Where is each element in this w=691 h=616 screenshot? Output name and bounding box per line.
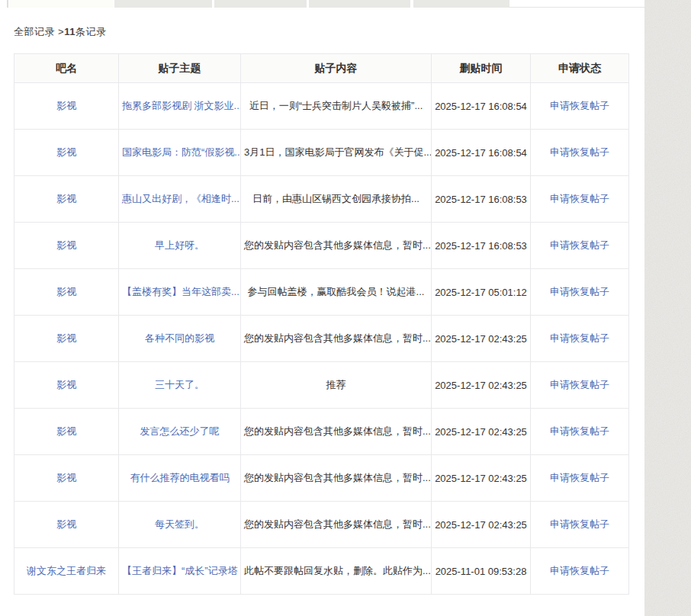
tab-4[interactable] <box>309 0 410 8</box>
header-forum: 吧名 <box>14 54 119 83</box>
forum-link[interactable]: 影视 <box>56 332 76 344</box>
cell-time: 2025-12-17 16:08:53 <box>432 176 531 223</box>
table-row: 影视有什么推荐的电视看吗您的发贴内容包含其他多媒体信息，暂时...2025-12… <box>14 455 629 502</box>
delete-time-text: 2025-12-17 02:43:25 <box>435 426 527 438</box>
cell-forum: 影视 <box>14 409 119 455</box>
table-row: 影视拖累多部影视剧 浙文影业...近日，一则“士兵突击制片人吴毅被捕”...20… <box>14 83 629 130</box>
content-text: 3月1日，国家电影局于官网发布《关于促... <box>244 146 432 158</box>
table-header-row: 吧名 贴子主题 贴子内容 删贴时间 申请状态 <box>14 54 629 83</box>
content-text: 您的发贴内容包含其他多媒体信息，暂时... <box>244 425 431 437</box>
apply-status-link[interactable]: 申请恢复帖子 <box>550 425 609 437</box>
cell-time: 2025-12-17 05:01:12 <box>432 269 531 316</box>
apply-status-link[interactable]: 申请恢复帖子 <box>550 472 609 483</box>
cell-forum: 谢文东之王者归来 <box>14 548 119 595</box>
subject-link[interactable]: 早上好呀。 <box>155 239 204 251</box>
forum-link[interactable]: 影视 <box>56 239 76 251</box>
cell-content: 推荐 <box>241 362 432 409</box>
cell-status: 申请恢复帖子 <box>531 502 629 548</box>
subject-link[interactable]: 国家电影局：防范“假影视... <box>122 146 241 158</box>
cell-forum: 影视 <box>14 83 119 130</box>
tab-2[interactable] <box>114 0 212 8</box>
forum-link[interactable]: 影视 <box>56 425 76 437</box>
forum-link[interactable]: 影视 <box>56 100 76 111</box>
apply-status-link[interactable]: 申请恢复帖子 <box>550 518 609 530</box>
cell-status: 申请恢复帖子 <box>531 223 629 269</box>
subject-link[interactable]: 拖累多部影视剧 浙文影业... <box>122 100 241 111</box>
cell-content: 您的发贴内容包含其他多媒体信息，暂时... <box>241 455 432 502</box>
delete-time-text: 2025-12-17 16:08:54 <box>435 147 527 159</box>
content-text: 日前，由惠山区锡西文创园承接协拍... <box>252 193 419 204</box>
apply-status-link[interactable]: 申请恢复帖子 <box>550 565 609 576</box>
cell-subject: 有什么推荐的电视看吗 <box>119 455 241 502</box>
subject-link[interactable]: 每天签到。 <box>155 518 204 530</box>
cell-subject: 早上好呀。 <box>119 223 241 269</box>
cell-status: 申请恢复帖子 <box>531 548 629 595</box>
cell-status: 申请恢复帖子 <box>531 176 629 223</box>
cell-subject: 每天签到。 <box>119 502 241 548</box>
side-texture-background <box>644 0 691 616</box>
content-text: 您的发贴内容包含其他多媒体信息，暂时... <box>244 239 431 251</box>
forum-link[interactable]: 影视 <box>56 286 76 297</box>
cell-subject: 发言怎么还少了呢 <box>119 409 241 455</box>
apply-status-link[interactable]: 申请恢复帖子 <box>550 239 609 251</box>
delete-time-text: 2025-12-17 02:43:25 <box>435 519 527 531</box>
cell-time: 2025-12-17 16:08:54 <box>432 83 531 130</box>
forum-link[interactable]: 影视 <box>56 193 76 204</box>
deleted-posts-table: 吧名 贴子主题 贴子内容 删贴时间 申请状态 影视拖累多部影视剧 浙文影业...… <box>14 53 629 595</box>
subject-link[interactable]: 三十天了。 <box>155 379 204 390</box>
apply-status-link[interactable]: 申请恢复帖子 <box>550 146 609 158</box>
tab-5[interactable] <box>413 0 509 8</box>
forum-link[interactable]: 影视 <box>56 146 76 158</box>
apply-status-link[interactable]: 申请恢复帖子 <box>550 193 609 204</box>
subject-link[interactable]: 各种不同的影视 <box>145 332 214 344</box>
subject-link[interactable]: 【王者归来】“成长”记录塔 <box>122 565 238 576</box>
cell-subject: 国家电影局：防范“假影视... <box>119 130 241 176</box>
records-summary: 全部记录 >11条记录 <box>14 25 106 39</box>
subject-link[interactable]: 【盖楼有奖】当年这部卖... <box>122 286 239 297</box>
tab-active[interactable] <box>10 0 113 8</box>
cell-content: 3月1日，国家电影局于官网发布《关于促... <box>241 130 432 176</box>
subject-link[interactable]: 有什么推荐的电视看吗 <box>130 472 230 483</box>
table-row: 影视早上好呀。您的发贴内容包含其他多媒体信息，暂时...2025-12-17 1… <box>14 223 629 269</box>
cell-content: 近日，一则“士兵突击制片人吴毅被捕”... <box>241 83 432 130</box>
cell-time: 2025-12-17 02:43:25 <box>432 455 531 502</box>
cell-subject: 【盖楼有奖】当年这部卖... <box>119 269 241 316</box>
apply-status-link[interactable]: 申请恢复帖子 <box>550 332 609 344</box>
cell-subject: 拖累多部影视剧 浙文影业... <box>119 83 241 130</box>
cell-content: 此帖不要跟帖回复水贴，删除。此贴作为... <box>241 548 432 595</box>
forum-link[interactable]: 影视 <box>56 379 76 390</box>
subject-link[interactable]: 发言怎么还少了呢 <box>140 425 220 437</box>
table-row: 影视各种不同的影视您的发贴内容包含其他多媒体信息，暂时...2025-12-17… <box>14 316 629 362</box>
table-row: 谢文东之王者归来【王者归来】“成长”记录塔此帖不要跟帖回复水贴，删除。此贴作为.… <box>14 548 629 595</box>
content-text: 此帖不要跟帖回复水贴，删除。此贴作为... <box>244 565 431 576</box>
apply-status-link[interactable]: 申请恢复帖子 <box>550 379 609 390</box>
cell-forum: 影视 <box>14 130 119 176</box>
apply-status-link[interactable]: 申请恢复帖子 <box>550 100 609 111</box>
table-header: 吧名 贴子主题 贴子内容 删贴时间 申请状态 <box>14 54 629 83</box>
table-body: 影视拖累多部影视剧 浙文影业...近日，一则“士兵突击制片人吴毅被捕”...20… <box>14 83 629 595</box>
apply-status-link[interactable]: 申请恢复帖子 <box>550 286 609 297</box>
summary-suffix: 条记录 <box>76 26 107 37</box>
summary-prefix: 全部记录 > <box>14 26 64 37</box>
forum-link[interactable]: 影视 <box>56 472 76 483</box>
cell-time: 2025-12-17 02:43:25 <box>432 316 531 362</box>
delete-time-text: 2025-11-01 09:53:28 <box>435 566 527 577</box>
tab-strip-underline <box>509 7 644 8</box>
cell-status: 申请恢复帖子 <box>531 130 629 176</box>
tab-3[interactable] <box>214 0 307 8</box>
table-row: 影视惠山又出好剧，《相逢时...日前，由惠山区锡西文创园承接协拍...2025-… <box>14 176 629 223</box>
cell-content: 参与回帖盖楼，赢取酷我会员！说起港... <box>241 269 432 316</box>
table-row: 影视国家电影局：防范“假影视...3月1日，国家电影局于官网发布《关于促...2… <box>14 130 629 176</box>
forum-link[interactable]: 影视 <box>56 518 76 530</box>
delete-time-text: 2025-12-17 16:08:53 <box>435 194 527 205</box>
forum-link[interactable]: 谢文东之王者归来 <box>27 565 106 576</box>
content-text: 您的发贴内容包含其他多媒体信息，暂时... <box>244 518 431 530</box>
cell-time: 2025-12-17 02:43:25 <box>432 409 531 455</box>
delete-time-text: 2025-12-17 16:08:54 <box>435 101 527 112</box>
content-text: 您的发贴内容包含其他多媒体信息，暂时... <box>244 472 431 483</box>
cell-content: 您的发贴内容包含其他多媒体信息，暂时... <box>241 409 432 455</box>
subject-link[interactable]: 惠山又出好剧，《相逢时... <box>122 193 239 204</box>
cell-forum: 影视 <box>14 362 119 409</box>
cell-subject: 惠山又出好剧，《相逢时... <box>119 176 241 223</box>
delete-time-text: 2025-12-17 16:08:53 <box>435 240 527 252</box>
